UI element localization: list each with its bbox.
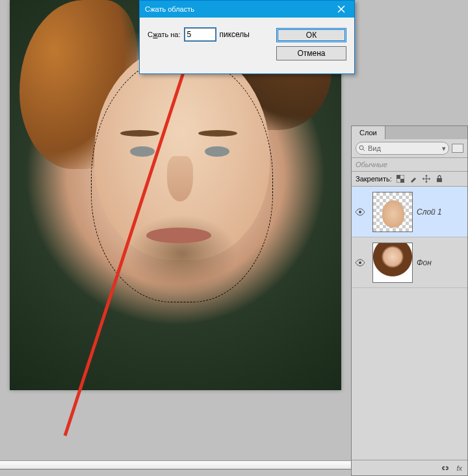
panel-tabs: Слои [352, 126, 467, 139]
ok-button[interactable]: ОК [276, 28, 346, 42]
chevron-down-icon: ▾ [442, 144, 446, 153]
lock-transparency-icon[interactable] [396, 174, 405, 183]
svg-point-7 [359, 211, 361, 213]
svg-point-8 [359, 261, 361, 264]
dialog-titlebar[interactable]: Сжать область [140, 1, 354, 18]
fx-icon[interactable]: fx [456, 464, 462, 472]
contract-by-input[interactable] [185, 28, 216, 41]
lock-all-icon[interactable] [435, 174, 444, 183]
layer-list: Слой 1 Фон [352, 187, 467, 460]
layer-thumbnail[interactable] [372, 243, 413, 283]
cancel-button[interactable]: Отмена [276, 46, 346, 60]
visibility-toggle[interactable] [352, 259, 369, 267]
lock-label: Закрепить: [356, 175, 392, 183]
svg-point-1 [359, 146, 363, 150]
layers-panel: Слои Вид ▾ Обычные Закрепить: Слой 1 [351, 126, 468, 476]
layer-thumbnail[interactable] [372, 192, 413, 232]
close-icon[interactable] [328, 1, 354, 18]
dialog-title: Сжать область [145, 5, 194, 13]
lock-paint-icon[interactable] [409, 174, 418, 183]
eye-icon [355, 259, 365, 267]
layers-panel-footer: fx [352, 460, 467, 475]
visibility-toggle[interactable] [352, 208, 369, 216]
filter-toggle-icon[interactable] [452, 144, 463, 153]
search-icon [359, 145, 365, 152]
layer-name[interactable]: Фон [417, 258, 467, 267]
tab-layers[interactable]: Слои [352, 126, 385, 139]
link-layers-icon[interactable] [441, 465, 450, 471]
svg-line-2 [363, 150, 365, 152]
layer-name[interactable]: Слой 1 [417, 207, 467, 217]
contract-by-label: Сжать на: [148, 30, 181, 39]
eye-icon [355, 208, 365, 216]
svg-rect-4 [396, 175, 400, 179]
contract-selection-dialog: Сжать область Сжать на: пикселы ОК Отмен… [139, 0, 355, 74]
lock-position-icon[interactable] [422, 174, 431, 183]
layer-row[interactable]: Слой 1 [352, 187, 467, 237]
status-bar [0, 460, 351, 469]
blend-mode-dropdown[interactable]: Обычные [352, 158, 467, 172]
layer-filter-dropdown[interactable]: Вид ▾ [356, 142, 449, 155]
svg-rect-6 [437, 178, 442, 182]
marching-ants-selection [91, 55, 273, 302]
layer-row[interactable]: Фон [352, 237, 467, 288]
svg-rect-5 [400, 179, 404, 183]
unit-label: пикселы [220, 30, 250, 39]
